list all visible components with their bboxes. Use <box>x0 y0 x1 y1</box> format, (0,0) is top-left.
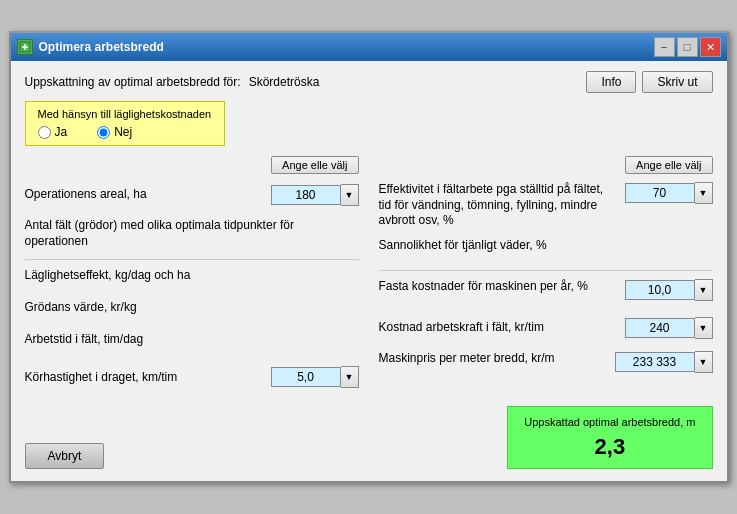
field-fasta-kostnader: Fasta kostnader för maskinen per år, % ▼ <box>379 275 713 309</box>
field-kostnad-arbetskraft-dropdown[interactable]: ▼ <box>695 317 713 339</box>
title-bar-left: Optimera arbetsbredd <box>17 39 164 55</box>
field-lagligheteffekt: Läglighetseffekt, kg/dag och ha <box>25 264 359 294</box>
field-korhastighet-input-wrap: ▼ <box>271 366 359 388</box>
field-effektivitet-label: Effektivitet i fältarbete pga ställtid p… <box>379 182 625 229</box>
field-korhastighet-label: Körhastighet i draget, km/tim <box>25 370 271 386</box>
field-fasta-kostnader-label: Fasta kostnader för maskinen per år, % <box>379 279 625 295</box>
field-effektivitet-input-wrap: ▼ <box>625 182 713 204</box>
field-fasta-kostnader-input-wrap: ▼ <box>625 279 713 301</box>
bottom-row: Avbryt Uppskattad optimal arbetsbredd, m… <box>25 406 713 468</box>
ange-right-button[interactable]: Ange elle välj <box>625 156 712 174</box>
content-area: Uppskattning av optimal arbetsbredd för:… <box>11 61 727 480</box>
minimize-button[interactable]: − <box>654 37 675 57</box>
radio-nej-label[interactable]: Nej <box>97 125 132 139</box>
uppskattning-label: Uppskattning av optimal arbetsbredd för: <box>25 75 241 89</box>
field-maskinpris-input[interactable] <box>615 352 695 372</box>
main-grid: Ange elle välj Operationens areal, ha ▼ … <box>25 156 713 396</box>
field-korhastighet-dropdown[interactable]: ▼ <box>341 366 359 388</box>
field-effektivitet-input[interactable] <box>625 183 695 203</box>
ange-right-row: Ange elle välj <box>379 156 713 174</box>
field-kostnad-arbetskraft-input[interactable] <box>625 318 695 338</box>
field-korhastighet: Körhastighet i draget, km/tim ▼ <box>25 360 359 394</box>
field-grodans-varde: Grödans värde, kr/kg <box>25 296 359 326</box>
top-left: Uppskattning av optimal arbetsbredd för:… <box>25 75 320 89</box>
restore-button[interactable]: □ <box>677 37 698 57</box>
field-fasta-kostnader-input[interactable] <box>625 280 695 300</box>
close-button[interactable]: ✕ <box>700 37 721 57</box>
ange-left-row: Ange elle välj <box>25 156 359 174</box>
window-icon <box>17 39 33 55</box>
title-bar: Optimera arbetsbredd − □ ✕ <box>11 33 727 61</box>
ange-left-button[interactable]: Ange elle välj <box>271 156 358 174</box>
info-button[interactable]: Info <box>586 71 636 93</box>
skriv-ut-button[interactable]: Skriv ut <box>642 71 712 93</box>
left-column: Ange elle välj Operationens areal, ha ▼ … <box>25 156 359 396</box>
top-buttons: Info Skriv ut <box>586 71 712 93</box>
field-fasta-kostnader-dropdown[interactable]: ▼ <box>695 279 713 301</box>
field-arbetstid-label: Arbetstid i fält, tim/dag <box>25 332 144 348</box>
field-effektivitet-dropdown[interactable]: ▼ <box>695 182 713 204</box>
right-column: Ange elle välj Effektivitet i fältarbete… <box>379 156 713 396</box>
field-areal: Operationens areal, ha ▼ <box>25 178 359 212</box>
field-grodans-varde-label: Grödans värde, kr/kg <box>25 300 137 316</box>
field-antal: Antal fält (grödor) med olika optimala t… <box>25 214 359 253</box>
field-areal-input[interactable] <box>271 185 341 205</box>
field-korhastighet-input[interactable] <box>271 367 341 387</box>
result-box: Uppskattad optimal arbetsbredd, m 2,3 <box>507 406 712 468</box>
radio-ja[interactable] <box>38 126 51 139</box>
radio-row: Ja Nej <box>38 125 212 139</box>
field-lagligheteffekt-label: Läglighetseffekt, kg/dag och ha <box>25 268 191 284</box>
field-maskinpris-input-wrap: ▼ <box>615 351 713 373</box>
field-areal-label: Operationens areal, ha <box>25 187 271 203</box>
field-sannolikhet: Sannolikhet för tjänligt väder, % <box>379 234 713 264</box>
field-kostnad-arbetskraft: Kostnad arbetskraft i fält, kr/tim ▼ <box>379 311 713 345</box>
title-buttons: − □ ✕ <box>654 37 721 57</box>
radio-ja-label[interactable]: Ja <box>38 125 68 139</box>
field-sannolikhet-label: Sannolikhet för tjänligt väder, % <box>379 238 547 254</box>
field-antal-label: Antal fält (grödor) med olika optimala t… <box>25 218 359 249</box>
machine-name: Skördetröska <box>249 75 320 89</box>
laglighetskostnad-title: Med hänsyn till läglighetskostnaden <box>38 108 212 120</box>
field-effektivitet: Effektivitet i fältarbete pga ställtid p… <box>379 178 713 232</box>
field-areal-input-wrap: ▼ <box>271 184 359 206</box>
radio-nej-text: Nej <box>114 125 132 139</box>
result-value: 2,3 <box>524 434 695 460</box>
radio-ja-text: Ja <box>55 125 68 139</box>
avbryt-button[interactable]: Avbryt <box>25 443 105 469</box>
field-areal-dropdown[interactable]: ▼ <box>341 184 359 206</box>
window-title: Optimera arbetsbredd <box>39 40 164 54</box>
field-maskinpris-dropdown[interactable]: ▼ <box>695 351 713 373</box>
field-kostnad-arbetskraft-input-wrap: ▼ <box>625 317 713 339</box>
main-window: Optimera arbetsbredd − □ ✕ Uppskattning … <box>9 31 729 482</box>
radio-nej[interactable] <box>97 126 110 139</box>
field-kostnad-arbetskraft-label: Kostnad arbetskraft i fält, kr/tim <box>379 320 625 336</box>
field-maskinpris-label: Maskinpris per meter bredd, kr/m <box>379 351 615 367</box>
field-arbetstid: Arbetstid i fält, tim/dag <box>25 328 359 358</box>
laglighetskostnad-box: Med hänsyn till läglighetskostnaden Ja N… <box>25 101 225 146</box>
field-maskinpris: Maskinpris per meter bredd, kr/m ▼ <box>379 347 713 381</box>
top-row: Uppskattning av optimal arbetsbredd för:… <box>25 71 713 93</box>
result-label: Uppskattad optimal arbetsbredd, m <box>524 415 695 429</box>
